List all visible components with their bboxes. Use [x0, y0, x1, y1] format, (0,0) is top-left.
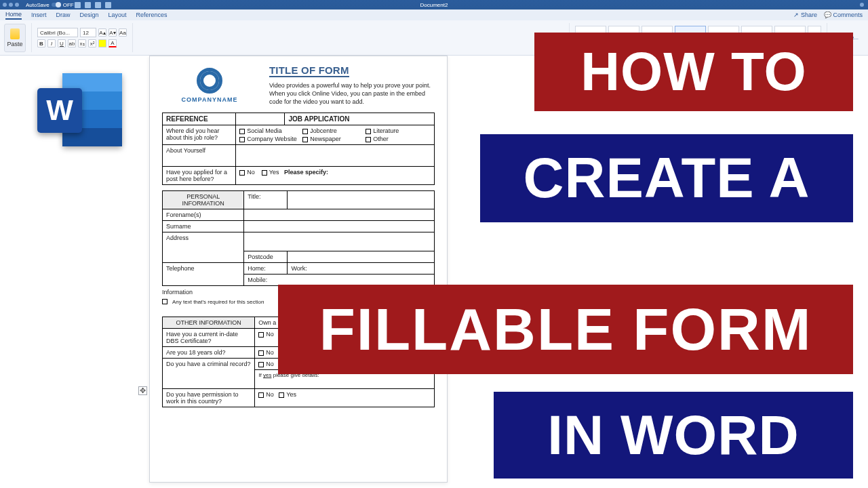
about-yourself-label: About Yourself: [163, 145, 236, 167]
autosave-label: AutoSave: [26, 2, 50, 8]
document-title: Document2: [420, 2, 448, 8]
reference-label: REFERENCE: [163, 113, 236, 125]
print-icon[interactable]: [105, 2, 111, 8]
increase-font-icon[interactable]: A▴: [98, 28, 106, 37]
tab-insert[interactable]: Insert: [31, 12, 47, 18]
underline-button[interactable]: U: [58, 39, 66, 47]
save-icon[interactable]: [75, 2, 81, 8]
checkbox-social[interactable]: Social Media: [239, 127, 302, 134]
comments-button[interactable]: 💬 Comments: [824, 12, 863, 18]
tab-design[interactable]: Design: [80, 12, 99, 18]
word-logo-icon: W: [37, 73, 122, 151]
permission-no[interactable]: No: [258, 391, 274, 398]
undo-icon[interactable]: [85, 2, 91, 8]
address-label: Address: [163, 232, 244, 263]
checkbox-newspaper[interactable]: Newspaper: [302, 136, 366, 142]
dbs-question: Have you a current in-date DBS Certifica…: [163, 329, 255, 347]
criminal-no[interactable]: No: [258, 361, 274, 367]
form-title: TITLE OF FORM: [269, 64, 349, 77]
company-name: COMPANYNAME: [182, 96, 238, 103]
section-personal: PERSONAL INFORMATION Title: Forename(s) …: [162, 190, 435, 286]
overlay-create-a: CREATE A: [480, 134, 853, 222]
quick-access-toolbar: [75, 2, 111, 8]
autosave-state: OFF: [63, 2, 74, 8]
tab-draw[interactable]: Draw: [56, 12, 71, 18]
applied-before-question: Have you applied for a post here before?: [163, 167, 236, 185]
checkbox-other[interactable]: Other: [366, 136, 429, 142]
checkbox-no[interactable]: No: [239, 169, 255, 176]
mac-close-button[interactable]: [3, 3, 7, 7]
highlight-icon[interactable]: [98, 39, 106, 47]
paste-label: Paste: [7, 41, 22, 47]
checkbox-jobcentre[interactable]: Jobcentre: [302, 127, 366, 134]
share-button[interactable]: ↗ Share: [793, 12, 817, 18]
criminal-question: Do you have a criminal record?: [163, 359, 255, 389]
font-name-select[interactable]: Calibri (Bo...: [37, 28, 78, 37]
tab-home[interactable]: Home: [5, 11, 22, 20]
hear-question: Where did you hear about this job role?: [163, 125, 236, 145]
ribbon-tabs: Home Insert Draw Design Layout Reference…: [0, 9, 868, 20]
info-checkbox-a[interactable]: Any text that's required for this sectio…: [162, 299, 264, 311]
titlebar: AutoSave OFF Document2: [0, 0, 868, 9]
font-color-icon[interactable]: A: [108, 39, 117, 47]
decrease-font-icon[interactable]: A▾: [108, 28, 117, 37]
italic-button[interactable]: I: [47, 39, 56, 47]
mac-zoom-button[interactable]: [15, 3, 19, 7]
postcode-label: Postcode: [244, 251, 288, 263]
checkbox-literature[interactable]: Literature: [366, 127, 429, 134]
overlay-in-word: IN WORD: [494, 392, 853, 479]
work-label: Work:: [288, 263, 435, 274]
clear-format-icon[interactable]: Aa: [119, 28, 127, 37]
job-application-label: JOB APPLICATION: [285, 113, 435, 125]
form-intro: Video provides a powerful way to help yo…: [269, 81, 435, 106]
section-reference: REFERENCE JOB APPLICATION Where did you …: [162, 113, 435, 185]
document-page[interactable]: COMPANYNAME TITLE OF FORM Video provides…: [149, 56, 448, 483]
dbs-no[interactable]: No: [258, 331, 274, 338]
telephone-label: Telephone: [163, 263, 244, 286]
permission-question: Do you have permission to work in this c…: [163, 389, 255, 407]
overlay-fillable: FILLABLE FORM: [278, 285, 853, 374]
clipboard-icon: [10, 28, 20, 39]
form-header: COMPANYNAME TITLE OF FORM Video provides…: [162, 64, 435, 106]
superscript-button[interactable]: x²: [88, 39, 96, 47]
other-header: OTHER INFORMATION: [163, 317, 255, 329]
checkbox-company-website[interactable]: Company Website: [239, 136, 302, 142]
personal-header: PERSONAL INFORMATION: [163, 191, 244, 209]
autosave-toggle[interactable]: AutoSave OFF: [26, 2, 74, 8]
home-label: Home:: [244, 263, 288, 274]
subscript-button[interactable]: x₂: [78, 39, 86, 47]
tab-layout[interactable]: Layout: [108, 12, 127, 18]
forename-label: Forename(s): [163, 209, 244, 221]
age-question: Are you 18 years old?: [163, 347, 255, 359]
age-no[interactable]: No: [258, 349, 274, 356]
company-logo-icon: [197, 68, 222, 94]
switch-icon: [52, 3, 61, 7]
table-anchor-icon[interactable]: ✥: [138, 386, 147, 395]
strike-button[interactable]: ab: [68, 39, 76, 47]
mac-minimize-button[interactable]: [9, 3, 13, 7]
help-icon[interactable]: [860, 3, 864, 7]
paste-button[interactable]: Paste: [4, 24, 26, 52]
surname-label: Surname: [163, 221, 244, 232]
bold-button[interactable]: B: [37, 39, 45, 47]
permission-yes[interactable]: Yes: [279, 391, 296, 398]
please-specify-label: Please specify:: [284, 169, 328, 176]
tab-references[interactable]: References: [136, 12, 167, 18]
title-label: Title:: [244, 191, 288, 209]
redo-icon[interactable]: [95, 2, 101, 8]
window-controls: [860, 3, 864, 7]
checkbox-yes[interactable]: Yes: [262, 169, 279, 176]
overlay-how-to: HOW TO: [534, 33, 853, 111]
font-size-select[interactable]: 12: [80, 28, 96, 37]
